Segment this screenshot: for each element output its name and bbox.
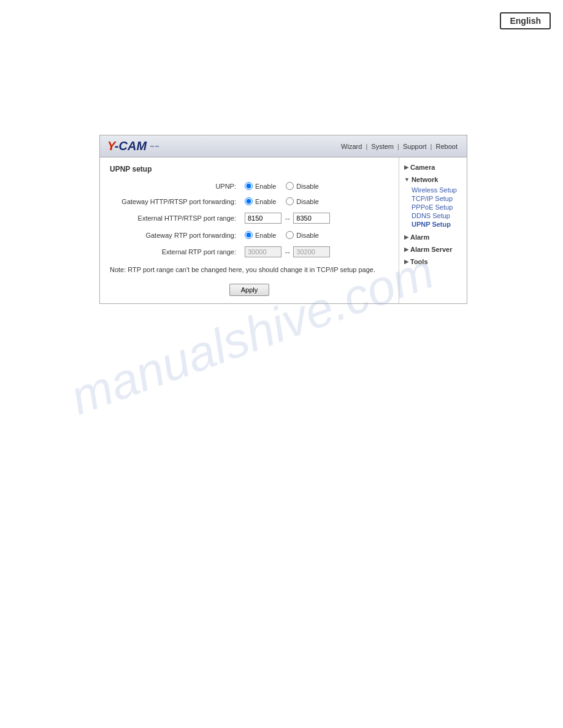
gateway-rtp-disable-radio[interactable]: [286, 231, 294, 239]
external-http-range-row: External HTTP/RTSP port range: --: [110, 213, 389, 224]
gateway-rtp-disable-label[interactable]: Disable: [286, 231, 319, 239]
nav-wizard[interactable]: Wizard: [341, 143, 362, 150]
upnp-enable-text: Enable: [255, 183, 276, 190]
nav-links: Wizard | System | Support | Reboot: [339, 143, 459, 150]
sidebar-header-network[interactable]: ▼ Network: [404, 176, 462, 183]
sidebar-tools-label: Tools: [410, 258, 428, 265]
alarm-server-arrow-icon: ▶: [404, 246, 408, 252]
nav-support[interactable]: Support: [403, 143, 427, 150]
sidebar-section-alarm: ▶ Alarm: [404, 233, 462, 241]
upnp-row: UPNP: Enable Disable: [110, 182, 389, 190]
sidebar-section-camera: ▶ Camera: [404, 164, 462, 171]
tools-arrow-icon: ▶: [404, 259, 408, 265]
gateway-http-row: Gateway HTTP/RTSP port forwarding: Enabl…: [110, 197, 389, 205]
upnp-enable-label[interactable]: Enable: [245, 182, 276, 190]
sidebar-item-upnp-setup[interactable]: UPNP Setup: [404, 220, 462, 229]
sidebar: ▶ Camera ▼ Network Wireless Setup TCP/IP…: [399, 157, 467, 303]
gateway-rtp-radio-group: Enable Disable: [245, 231, 319, 239]
note-text: Note: RTP port range can't be changed he…: [110, 265, 389, 275]
header-bar: Y-CAM ∼∼ Wizard | System | Support | Reb…: [100, 135, 467, 157]
apply-button[interactable]: Apply: [229, 284, 270, 296]
external-rtp-range-row: External RTP port range: --: [110, 246, 389, 257]
english-button[interactable]: English: [500, 12, 551, 29]
upnp-disable-text: Disable: [296, 183, 319, 190]
camera-arrow-icon: ▶: [404, 164, 408, 170]
rtp-port-end-input[interactable]: [293, 246, 330, 257]
gateway-rtp-row: Gateway RTP port forwarding: Enable Disa…: [110, 231, 389, 239]
sidebar-section-network: ▼ Network Wireless Setup TCP/IP Setup PP…: [404, 176, 462, 229]
network-arrow-icon: ▼: [404, 176, 410, 183]
sidebar-item-ddns-setup[interactable]: DDNS Setup: [404, 211, 462, 220]
http-port-range-group: --: [245, 213, 330, 224]
sidebar-alarm-label: Alarm: [410, 233, 429, 241]
nav-system[interactable]: System: [371, 143, 394, 150]
http-port-sep: --: [285, 214, 289, 222]
sidebar-header-tools[interactable]: ▶ Tools: [404, 258, 462, 265]
sidebar-item-wireless-setup[interactable]: Wireless Setup: [404, 186, 462, 194]
nav-reboot[interactable]: Reboot: [436, 143, 458, 150]
sidebar-item-pppoe-setup[interactable]: PPPoE Setup: [404, 203, 462, 211]
section-title: UPNP setup: [110, 165, 389, 173]
logo: Y-CAM: [107, 139, 147, 153]
upnp-label: UPNP:: [110, 183, 245, 190]
gateway-http-enable-label[interactable]: Enable: [245, 197, 276, 205]
http-port-start-input[interactable]: [245, 213, 282, 224]
upnp-radio-group: Enable Disable: [245, 182, 319, 190]
sidebar-network-label: Network: [412, 176, 438, 183]
gateway-http-disable-text: Disable: [296, 198, 319, 205]
gateway-http-disable-label[interactable]: Disable: [286, 197, 319, 205]
external-http-label: External HTTP/RTSP port range:: [110, 214, 245, 222]
main-panel: Y-CAM ∼∼ Wizard | System | Support | Reb…: [99, 135, 467, 304]
rtp-port-range-group: --: [245, 246, 330, 257]
gateway-rtp-label: Gateway RTP port forwarding:: [110, 232, 245, 239]
sidebar-camera-label: Camera: [410, 164, 435, 171]
sidebar-header-alarm[interactable]: ▶ Alarm: [404, 233, 462, 241]
sidebar-alarm-server-label: Alarm Server: [410, 246, 453, 253]
gateway-http-enable-text: Enable: [255, 198, 276, 205]
alarm-arrow-icon: ▶: [404, 234, 408, 240]
upnp-disable-label[interactable]: Disable: [286, 182, 319, 190]
http-port-end-input[interactable]: [293, 213, 330, 224]
logo-signal-icon: ∼∼: [150, 143, 159, 150]
gateway-http-label: Gateway HTTP/RTSP port forwarding:: [110, 198, 245, 205]
gateway-rtp-disable-text: Disable: [296, 232, 319, 239]
upnp-disable-radio[interactable]: [286, 182, 294, 190]
main-content: UPNP setup UPNP: Enable Disable Gat: [100, 157, 399, 303]
content-area: UPNP setup UPNP: Enable Disable Gat: [100, 157, 467, 303]
rtp-port-sep: --: [285, 248, 289, 256]
sidebar-section-tools: ▶ Tools: [404, 258, 462, 265]
apply-btn-row: Apply: [110, 284, 389, 296]
gateway-http-radio-group: Enable Disable: [245, 197, 319, 205]
gateway-rtp-enable-text: Enable: [255, 232, 276, 239]
gateway-rtp-enable-label[interactable]: Enable: [245, 231, 276, 239]
sidebar-item-tcpip-setup[interactable]: TCP/IP Setup: [404, 194, 462, 203]
rtp-port-start-input[interactable]: [245, 246, 282, 257]
gateway-http-enable-radio[interactable]: [245, 197, 253, 205]
gateway-rtp-enable-radio[interactable]: [245, 231, 253, 239]
upnp-enable-radio[interactable]: [245, 182, 253, 190]
sidebar-header-camera[interactable]: ▶ Camera: [404, 164, 462, 171]
gateway-http-disable-radio[interactable]: [286, 197, 294, 205]
sidebar-section-alarm-server: ▶ Alarm Server: [404, 246, 462, 253]
sidebar-header-alarm-server[interactable]: ▶ Alarm Server: [404, 246, 462, 253]
external-rtp-label: External RTP port range:: [110, 248, 245, 256]
